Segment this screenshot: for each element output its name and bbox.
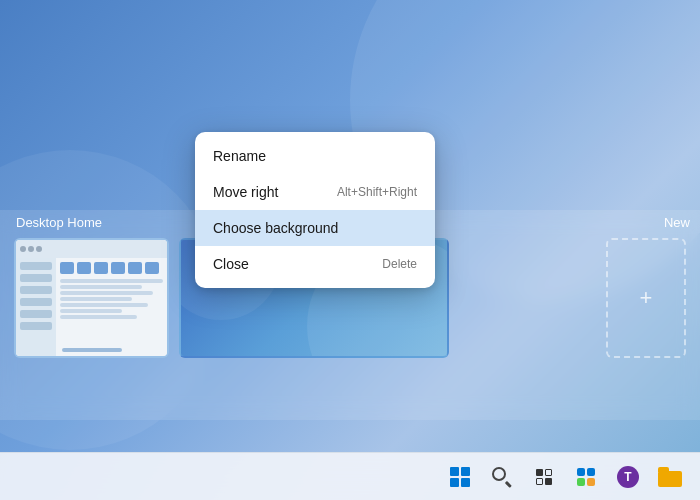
task-view-icon — [536, 469, 552, 485]
win-logo-q4 — [461, 478, 470, 487]
move-right-shortcut: Alt+Shift+Right — [337, 185, 417, 199]
taskbar: T — [0, 452, 700, 500]
tv-row1 — [536, 469, 552, 476]
menu-item-rename[interactable]: Rename — [195, 138, 435, 174]
rename-label: Rename — [213, 148, 266, 164]
win-logo-q1 — [450, 467, 459, 476]
task-view-button[interactable] — [526, 459, 562, 495]
folder-body — [658, 471, 682, 487]
tv-sq4 — [545, 478, 552, 485]
thumb1-line-2 — [60, 285, 142, 289]
folder-tab — [658, 467, 669, 472]
desktop-thumbnail-1[interactable] — [14, 238, 169, 358]
thumb1-icon-1 — [60, 262, 74, 274]
thumb1-line-5 — [60, 303, 148, 307]
win-logo-q2 — [461, 467, 470, 476]
thumb1-icon-3 — [94, 262, 108, 274]
menu-item-move-right[interactable]: Move right Alt+Shift+Right — [195, 174, 435, 210]
thumb1-line-6 — [60, 309, 122, 313]
thumb1-dot — [20, 246, 26, 252]
sidebar-item-3 — [20, 286, 52, 294]
close-shortcut: Delete — [382, 257, 417, 271]
widget-sq3 — [577, 478, 585, 486]
thumb1-dot3 — [36, 246, 42, 252]
widget-sq2 — [587, 468, 595, 476]
windows-logo-button[interactable] — [442, 459, 478, 495]
win-logo-q3 — [450, 478, 459, 487]
close-label: Close — [213, 256, 249, 272]
new-desktop-button[interactable]: + — [606, 238, 686, 358]
sidebar-item-2 — [20, 274, 52, 282]
search-handle — [505, 481, 512, 488]
thumb1-titlebar — [16, 240, 167, 258]
thumb1-line-4 — [60, 297, 132, 301]
thumb1-bg — [16, 240, 167, 356]
teams-letter: T — [624, 470, 631, 484]
search-button[interactable] — [484, 459, 520, 495]
context-menu: Rename Move right Alt+Shift+Right Choose… — [195, 132, 435, 288]
thumb1-dot2 — [28, 246, 34, 252]
tv-sq2 — [545, 469, 552, 476]
move-right-label: Move right — [213, 184, 278, 200]
thumb1-icon-4 — [111, 262, 125, 274]
search-circle — [492, 467, 506, 481]
choose-background-label: Choose background — [213, 220, 338, 236]
sidebar-item-6 — [20, 322, 52, 330]
sidebar-item-4 — [20, 298, 52, 306]
tv-row2 — [536, 478, 552, 485]
file-explorer-button[interactable] — [652, 459, 688, 495]
thumb1-bottom-bar — [62, 348, 122, 352]
thumb1-content — [60, 262, 163, 321]
sidebar-item-1 — [20, 262, 52, 270]
menu-item-choose-background[interactable]: Choose background — [195, 210, 435, 246]
tv-sq1 — [536, 469, 543, 476]
widgets-button[interactable] — [568, 459, 604, 495]
tv-sq3 — [536, 478, 543, 485]
thumb1-icon-6 — [145, 262, 159, 274]
thumb1-line-7 — [60, 315, 137, 319]
sidebar-item-5 — [20, 310, 52, 318]
thumb1-line-3 — [60, 291, 153, 295]
teams-icon: T — [617, 466, 639, 488]
menu-item-close[interactable]: Close Delete — [195, 246, 435, 282]
desktop: Desktop Home New — [0, 0, 700, 500]
teams-button[interactable]: T — [610, 459, 646, 495]
widgets-icon — [577, 468, 595, 486]
windows-logo-icon — [450, 467, 470, 487]
new-desktop-label: New — [664, 215, 690, 230]
search-icon — [492, 467, 512, 487]
folder-icon — [658, 467, 682, 487]
widget-sq4 — [587, 478, 595, 486]
thumb1-icons-row — [60, 262, 163, 274]
thumb1-icon-2 — [77, 262, 91, 274]
thumb1-sidebar — [16, 258, 56, 356]
thumb1-icon-5 — [128, 262, 142, 274]
desktop-home-label: Desktop Home — [16, 215, 102, 230]
thumb1-line-1 — [60, 279, 163, 283]
widget-sq1 — [577, 468, 585, 476]
